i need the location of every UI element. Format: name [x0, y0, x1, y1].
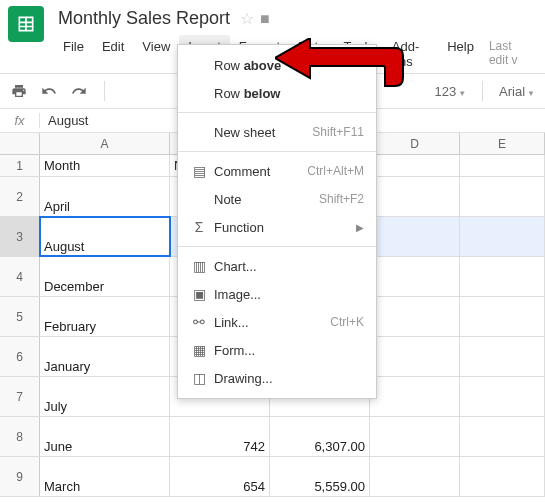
row-header[interactable]: 9 [0, 457, 40, 496]
cell[interactable]: 742 [170, 417, 270, 456]
menu-row-above[interactable]: Row above [178, 51, 376, 79]
cell[interactable] [370, 155, 460, 176]
link-icon: ⚯ [188, 314, 210, 330]
cell[interactable] [370, 337, 460, 376]
menu-form[interactable]: ▦Form... [178, 336, 376, 364]
cell[interactable]: 654 [170, 457, 270, 496]
cell[interactable]: January [40, 337, 170, 376]
drawing-icon: ◫ [188, 370, 210, 386]
menu-image[interactable]: ▣Image... [178, 280, 376, 308]
col-header-e[interactable]: E [460, 133, 545, 154]
cell[interactable]: March [40, 457, 170, 496]
menu-function[interactable]: ΣFunction▶ [178, 213, 376, 241]
toolbar-divider [482, 81, 483, 101]
row-header[interactable]: 7 [0, 377, 40, 416]
cell[interactable] [460, 155, 545, 176]
print-icon[interactable] [10, 82, 28, 100]
cell[interactable]: 6,307.00 [270, 417, 370, 456]
menu-separator [178, 112, 376, 113]
menu-chart[interactable]: ▥Chart... [178, 252, 376, 280]
menu-addons[interactable]: Add-ons [383, 35, 438, 73]
menu-drawing[interactable]: ◫Drawing... [178, 364, 376, 392]
row-header[interactable]: 8 [0, 417, 40, 456]
menu-row-below[interactable]: Row below [178, 79, 376, 107]
cell[interactable] [370, 217, 460, 256]
col-header-a[interactable]: A [40, 133, 170, 154]
chart-icon: ▥ [188, 258, 210, 274]
menu-edit[interactable]: Edit [93, 35, 133, 73]
cell[interactable] [370, 417, 460, 456]
toolbar-divider [104, 81, 105, 101]
menu-new-sheet[interactable]: New sheetShift+F11 [178, 118, 376, 146]
menu-view[interactable]: View [133, 35, 179, 73]
menu-help[interactable]: Help [438, 35, 483, 73]
row-header[interactable]: 1 [0, 155, 40, 176]
menu-link[interactable]: ⚯Link...Ctrl+K [178, 308, 376, 336]
table-row: 8 June 742 6,307.00 [0, 417, 545, 457]
cell[interactable]: February [40, 297, 170, 336]
cell[interactable] [460, 177, 545, 216]
image-icon: ▣ [188, 286, 210, 302]
cell[interactable]: December [40, 257, 170, 296]
cell[interactable] [370, 297, 460, 336]
menu-separator [178, 151, 376, 152]
insert-dropdown-menu: Row above Row below New sheetShift+F11 ▤… [177, 44, 377, 399]
number-format-button[interactable]: 123▼ [434, 84, 466, 99]
last-edit-label[interactable]: Last edit v [483, 35, 537, 73]
cell[interactable] [460, 337, 545, 376]
row-header[interactable]: 2 [0, 177, 40, 216]
cell[interactable] [460, 257, 545, 296]
menu-file[interactable]: File [54, 35, 93, 73]
comment-icon: ▤ [188, 163, 210, 179]
sigma-icon: Σ [188, 219, 210, 235]
cell[interactable] [370, 177, 460, 216]
menu-note[interactable]: NoteShift+F2 [178, 185, 376, 213]
cell[interactable] [460, 457, 545, 496]
cell-active[interactable]: August [40, 217, 170, 256]
select-all-corner[interactable] [0, 133, 40, 154]
row-header[interactable]: 3 [0, 217, 40, 256]
cell[interactable] [370, 457, 460, 496]
row-header[interactable]: 6 [0, 337, 40, 376]
row-header[interactable]: 5 [0, 297, 40, 336]
table-row: 9 March 654 5,559.00 [0, 457, 545, 497]
cell[interactable]: 5,559.00 [270, 457, 370, 496]
menu-separator [178, 246, 376, 247]
sheets-app-icon[interactable] [8, 6, 44, 42]
col-header-d[interactable]: D [370, 133, 460, 154]
cell[interactable] [370, 377, 460, 416]
cell[interactable]: June [40, 417, 170, 456]
cell[interactable] [460, 297, 545, 336]
cell[interactable] [370, 257, 460, 296]
cell[interactable] [460, 377, 545, 416]
cell[interactable] [460, 417, 545, 456]
form-icon: ▦ [188, 342, 210, 358]
redo-icon[interactable] [70, 82, 88, 100]
cell[interactable] [460, 217, 545, 256]
folder-icon[interactable]: ■ [260, 10, 270, 28]
undo-icon[interactable] [40, 82, 58, 100]
fx-label[interactable]: fx [0, 113, 40, 128]
cell[interactable]: Month [40, 155, 170, 176]
row-header[interactable]: 4 [0, 257, 40, 296]
font-select[interactable]: Arial▼ [499, 84, 535, 99]
menu-comment[interactable]: ▤CommentCtrl+Alt+M [178, 157, 376, 185]
doc-title[interactable]: Monthly Sales Report [54, 6, 234, 31]
cell[interactable]: April [40, 177, 170, 216]
star-icon[interactable]: ☆ [240, 9, 254, 28]
chevron-right-icon: ▶ [356, 222, 364, 233]
cell[interactable]: July [40, 377, 170, 416]
